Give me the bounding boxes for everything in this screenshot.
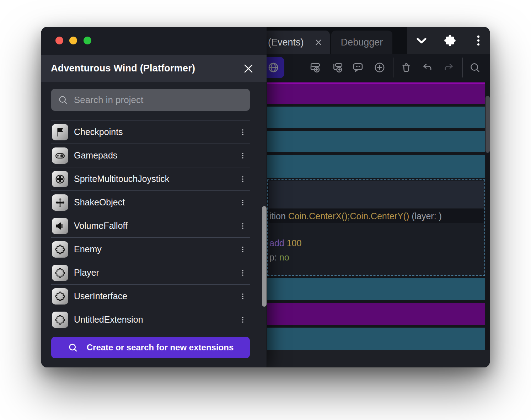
project-title: Adventurous Wind (Platformer) — [51, 63, 195, 74]
speaker-icon — [52, 218, 68, 234]
list-item-userinterface[interactable]: UserInterface — [51, 284, 250, 308]
code-segment: no — [279, 252, 289, 263]
event-code-line[interactable]: add 100 — [269, 236, 483, 250]
item-menu-icon[interactable] — [236, 218, 249, 234]
close-icon[interactable] — [243, 63, 254, 74]
flag-icon — [52, 124, 68, 140]
zoom-window-button[interactable] — [84, 37, 91, 44]
list-item-label: UntitledExtension — [74, 314, 236, 325]
list-item-label: Player — [74, 268, 236, 278]
events-sheet-footer — [267, 350, 490, 367]
code-segment: Coin.CenterY() — [350, 211, 409, 221]
puzzle-icon — [52, 288, 68, 305]
search-icon — [58, 95, 68, 105]
events-scrollbar[interactable] — [486, 96, 490, 153]
item-menu-icon[interactable] — [236, 242, 249, 257]
code-segment: (layer: ) — [409, 211, 442, 221]
search-input[interactable] — [74, 89, 250, 111]
puzzle-icon — [52, 241, 68, 258]
code-segment: Coin.CenterX(); — [288, 211, 350, 221]
event-code-line[interactable]: ition Coin.CenterX();Coin.CenterY() (lay… — [268, 209, 484, 223]
list-item-player[interactable]: Player — [51, 261, 250, 284]
item-menu-icon[interactable] — [236, 289, 249, 304]
modal-scrollbar[interactable] — [262, 206, 267, 307]
joystick-icon — [52, 171, 68, 187]
list-item-label: SpriteMultitouchJoystick — [74, 174, 236, 184]
list-item-label: UserInterface — [74, 291, 236, 301]
list-item-checkpoints[interactable]: Checkpoints — [51, 120, 250, 144]
events-sheet: ition Coin.CenterX();Coin.CenterY() (lay… — [267, 27, 485, 367]
item-menu-icon[interactable] — [236, 171, 249, 187]
search-icon — [68, 342, 78, 353]
list-item-label: Enemy — [74, 244, 236, 254]
list-item-label: VolumeFalloff — [74, 221, 236, 231]
create-extension-label: Create or search for new extensions — [87, 343, 234, 352]
list-item-spritemultitouchjoystick[interactable]: SpriteMultitouchJoystick — [51, 167, 250, 190]
event-row-teal[interactable] — [267, 278, 485, 300]
item-menu-icon[interactable] — [236, 265, 249, 281]
code-segment: ition — [269, 211, 288, 221]
close-window-button[interactable] — [55, 37, 63, 44]
item-menu-icon[interactable] — [236, 195, 249, 210]
item-menu-icon[interactable] — [236, 124, 249, 140]
move-arrows-icon — [52, 194, 68, 211]
event-row-teal[interactable] — [267, 131, 485, 152]
code-segment: p: — [269, 252, 279, 263]
list-item-volumefalloff[interactable]: VolumeFalloff — [51, 214, 250, 237]
list-item-gamepads[interactable]: Gamepads — [51, 144, 250, 167]
event-row-purple[interactable] — [267, 82, 485, 104]
list-item-enemy[interactable]: Enemy — [51, 237, 250, 261]
code-segment: add — [269, 238, 287, 248]
list-item-shakeobject[interactable]: ShakeObject — [51, 190, 250, 214]
gamepad-icon — [52, 147, 68, 164]
puzzle-icon — [52, 265, 68, 281]
project-manager-header: Adventurous Wind (Platformer) — [41, 55, 267, 82]
desktop: (Events) Debugger — [0, 0, 531, 420]
create-extension-button[interactable]: Create or search for new extensions — [51, 337, 250, 358]
app-window: (Events) Debugger — [41, 27, 490, 367]
list-item-label: Checkpoints — [74, 127, 236, 137]
selected-event-block[interactable]: ition Coin.CenterX();Coin.CenterY() (lay… — [267, 179, 485, 276]
item-menu-icon[interactable] — [236, 148, 249, 163]
window-titlebar — [41, 27, 267, 55]
list-item-label: ShakeObject — [74, 197, 236, 208]
project-search — [51, 89, 250, 111]
list-item-untitledextension[interactable]: UntitledExtension — [51, 308, 250, 331]
event-row-teal[interactable] — [267, 107, 485, 128]
item-menu-icon[interactable] — [236, 312, 249, 328]
list-item-label: Gamepads — [74, 150, 236, 161]
event-code-line[interactable]: p: no — [269, 251, 483, 264]
event-row-teal[interactable] — [267, 328, 485, 350]
puzzle-icon — [52, 312, 68, 328]
extension-list: CheckpointsGamepadsSpriteMultitouchJoyst… — [51, 120, 250, 331]
event-row-teal[interactable] — [267, 155, 485, 178]
minimize-window-button[interactable] — [69, 37, 77, 44]
event-row-purple[interactable] — [267, 303, 485, 325]
event-conditions-area[interactable] — [269, 181, 484, 208]
code-segment: 100 — [287, 238, 302, 248]
project-manager-panel: Adventurous Wind (Platformer) Checkpoint… — [41, 27, 267, 367]
